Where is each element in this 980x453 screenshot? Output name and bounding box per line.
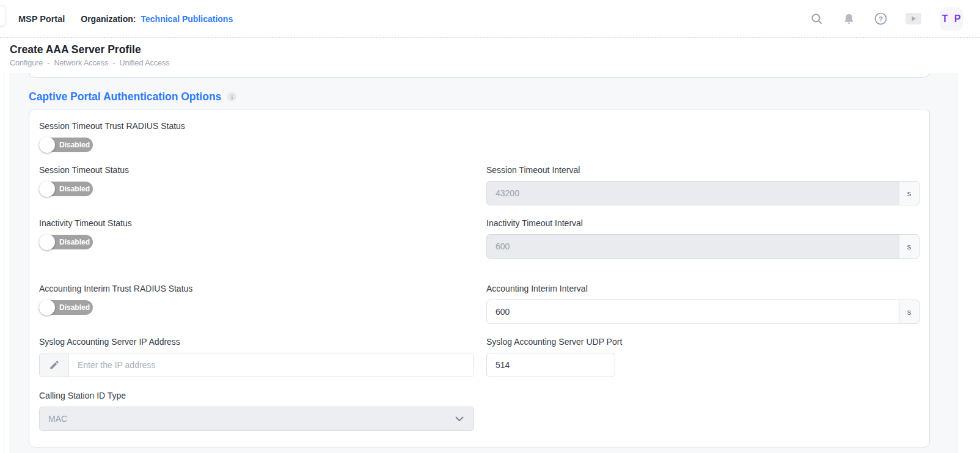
- selected-value: MAC: [48, 414, 67, 424]
- toggle-knob: [39, 300, 55, 315]
- field-accounting-interim-interval: Accounting Interim Interval s: [486, 284, 920, 324]
- breadcrumb-item-network-access[interactable]: Network Access: [54, 59, 108, 67]
- field-label: Accounting Interim Interval: [486, 284, 920, 293]
- organization-label: Organization:: [81, 14, 136, 24]
- syslog-udp-port-input[interactable]: [486, 353, 615, 377]
- accounting-interim-interval-input[interactable]: [486, 300, 899, 324]
- scrollable-content: Captive Portal Authentication Options i …: [9, 70, 958, 453]
- seconds-unit-addon: s: [899, 181, 920, 205]
- section-title: Captive Portal Authentication Options: [29, 90, 221, 103]
- seconds-unit-addon: s: [899, 234, 920, 259]
- field-session-timeout-status: Session Timeout Status Disabled: [39, 166, 474, 205]
- toggle-knob: [39, 181, 55, 197]
- organization-link[interactable]: Technical Publications: [141, 14, 233, 24]
- help-icon[interactable]: ?: [874, 12, 887, 26]
- field-syslog-accounting-server-ip: Syslog Accounting Server IP Address: [39, 337, 474, 377]
- field-label: Inactivity Timeout Status: [39, 219, 474, 228]
- toggle-knob: [39, 137, 55, 153]
- field-accounting-interim-trust-radius-status: Accounting Interim Trust RADIUS Status D…: [39, 284, 474, 324]
- breadcrumb: Configure - Network Access - Unified Acc…: [10, 59, 980, 67]
- breadcrumb-item-unified-access[interactable]: Unified Access: [119, 59, 169, 67]
- toggle-knob: [39, 234, 55, 250]
- captive-portal-options-card: Session Timeout Trust RADIUS Status Disa…: [29, 109, 930, 447]
- field-inactivity-timeout-status: Inactivity Timeout Status Disabled: [39, 219, 474, 259]
- breadcrumb-item-configure[interactable]: Configure: [10, 59, 43, 67]
- inactivity-timeout-status-toggle[interactable]: Disabled: [39, 235, 93, 249]
- app-title: MSP Portal: [18, 14, 65, 24]
- svg-text:?: ?: [879, 15, 883, 23]
- field-session-timeout-interval: Session Timeout Interval s: [486, 166, 920, 205]
- toggle-state-label: Disabled: [59, 238, 90, 246]
- field-label: Accounting Interim Trust RADIUS Status: [39, 284, 474, 293]
- toggle-state-label: Disabled: [59, 303, 90, 312]
- field-inactivity-timeout-interval: Inactivity Timeout Interval s: [486, 219, 920, 259]
- page-title-block: Create AAA Server Profile Configure - Ne…: [0, 38, 980, 73]
- edit-pencil-icon: [40, 353, 69, 377]
- session-timeout-trust-radius-toggle[interactable]: Disabled: [39, 138, 93, 152]
- session-timeout-interval-input: [486, 181, 899, 205]
- field-label: Syslog Accounting Server IP Address: [39, 337, 474, 347]
- field-label: Session Timeout Interval: [486, 166, 920, 175]
- notifications-bell-icon[interactable]: [842, 12, 855, 26]
- field-session-timeout-trust-radius-status: Session Timeout Trust RADIUS Status Disa…: [39, 122, 920, 152]
- section-header: Captive Portal Authentication Options i: [29, 90, 958, 103]
- calling-station-id-type-select: MAC: [39, 407, 474, 431]
- toggle-state-label: Disabled: [59, 141, 90, 149]
- sidebar-toggle-sliver[interactable]: [0, 5, 6, 27]
- session-timeout-status-toggle[interactable]: Disabled: [39, 182, 93, 196]
- inactivity-timeout-interval-input: [486, 234, 899, 259]
- collapsed-sidebar-edge: [4, 39, 4, 453]
- field-syslog-accounting-udp-port: Syslog Accounting Server UDP Port: [486, 337, 920, 377]
- breadcrumb-separator: -: [47, 59, 49, 67]
- field-calling-station-id-type: Calling Station ID Type MAC: [39, 391, 474, 431]
- search-icon[interactable]: [810, 12, 824, 26]
- breadcrumb-separator: -: [112, 59, 115, 67]
- field-label: Session Timeout Status: [39, 166, 474, 175]
- info-icon[interactable]: i: [227, 92, 236, 101]
- chevron-down-icon: [455, 414, 464, 424]
- accounting-interim-trust-radius-toggle[interactable]: Disabled: [39, 300, 93, 315]
- field-label: Syslog Accounting Server UDP Port: [486, 337, 920, 347]
- seconds-unit-addon: s: [899, 300, 920, 324]
- field-label: Inactivity Timeout Interval: [486, 219, 920, 228]
- video-tour-icon[interactable]: [905, 13, 921, 24]
- top-header: MSP Portal Organization: Technical Publi…: [0, 0, 980, 38]
- syslog-ip-address-input[interactable]: [69, 353, 474, 377]
- page-title: Create AAA Server Profile: [10, 43, 980, 56]
- header-actions: ? T P: [810, 7, 963, 31]
- user-avatar[interactable]: T P: [940, 7, 963, 31]
- toggle-state-label: Disabled: [59, 185, 90, 193]
- field-label: Calling Station ID Type: [39, 391, 474, 400]
- field-label: Session Timeout Trust RADIUS Status: [39, 122, 920, 131]
